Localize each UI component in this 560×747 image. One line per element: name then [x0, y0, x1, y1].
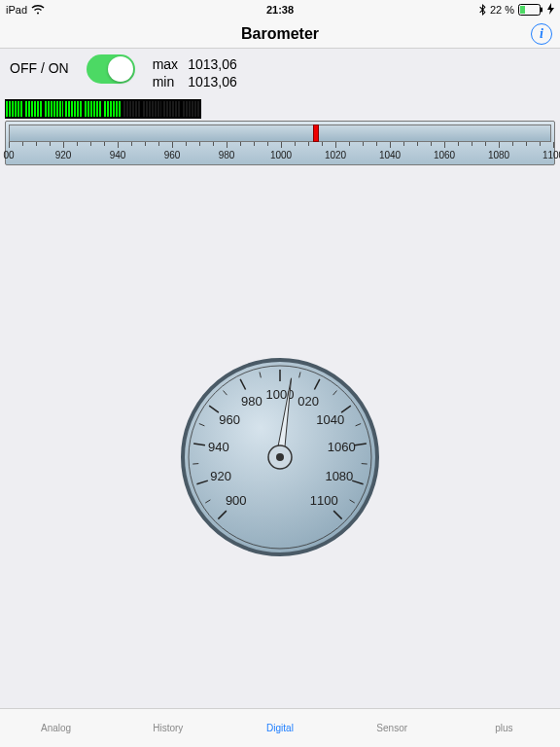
ruler-marker: [313, 124, 319, 142]
tab-analog[interactable]: Analog: [0, 709, 112, 747]
ruler-tick-label: 1020: [325, 150, 346, 160]
ruler-tick-label: 960: [164, 150, 181, 160]
status-bar: iPad 21:38 22 %: [0, 0, 560, 19]
gauge-tick-label: 1100: [310, 493, 338, 508]
svg-rect-1: [520, 6, 525, 14]
svg-rect-2: [541, 8, 542, 13]
power-switch[interactable]: [87, 54, 135, 84]
gauge-tick-label: 960: [219, 412, 240, 427]
gauge-tick-label: 020: [298, 394, 319, 409]
wifi-icon: [31, 5, 45, 15]
gauge-container: 90092094096098010000201040106010801100: [0, 350, 560, 564]
min-value: 1013,06: [188, 74, 237, 89]
ruler-tick-label: 1040: [379, 150, 401, 160]
clock: 21:38: [266, 4, 294, 16]
max-label: max: [153, 56, 178, 72]
gauge-tick-label: 920: [210, 469, 231, 483]
gauge-tick-label: 900: [226, 493, 247, 508]
gauge-tick-label: 1040: [316, 412, 344, 427]
nav-bar: Barometer i: [0, 19, 560, 49]
led-bar: [5, 99, 201, 119]
minmax-block: max 1013,06 min 1013,06: [153, 54, 237, 89]
gauge-tick-label: 1060: [328, 440, 356, 454]
ruler-tick-label: 1080: [488, 150, 509, 160]
battery-icon: [518, 4, 543, 16]
svg-point-28: [276, 453, 284, 461]
max-value: 1013,06: [188, 56, 237, 72]
ruler-tick-label: 920: [55, 150, 72, 160]
battery-percent: 22 %: [490, 4, 514, 16]
offon-label: OFF / ON: [10, 54, 69, 76]
device-label: iPad: [6, 4, 27, 16]
tab-bar: Analog History Digital Sensor plus: [0, 708, 560, 747]
pressure-gauge: 90092094096098010000201040106010801100: [173, 350, 387, 564]
controls-row: OFF / ON max 1013,06 min 1013,06: [0, 49, 560, 95]
pressure-ruler: 00920940960980100010201040106010801100: [5, 121, 555, 165]
charging-icon: [547, 3, 554, 17]
tab-plus[interactable]: plus: [448, 709, 560, 747]
min-label: min: [153, 74, 178, 89]
ruler-tick-label: 980: [219, 150, 235, 160]
ruler-tick-label: 940: [110, 150, 126, 160]
ruler-tick-label: 1000: [270, 150, 292, 160]
gauge-tick-label: 940: [208, 440, 229, 454]
bluetooth-icon: [479, 4, 486, 16]
switch-knob: [108, 56, 133, 82]
ruler-tick-label: 1060: [434, 150, 455, 160]
tab-sensor[interactable]: Sensor: [336, 709, 448, 747]
page-title: Barometer: [241, 25, 319, 43]
tab-digital[interactable]: Digital: [224, 709, 335, 747]
gauge-tick-label: 1080: [325, 469, 353, 483]
ruler-tick-label: 00: [3, 150, 14, 160]
gauge-tick-label: 980: [241, 394, 262, 409]
tab-history[interactable]: History: [112, 709, 224, 747]
info-button[interactable]: i: [531, 23, 552, 45]
ruler-tick-label: 1100: [542, 150, 560, 160]
